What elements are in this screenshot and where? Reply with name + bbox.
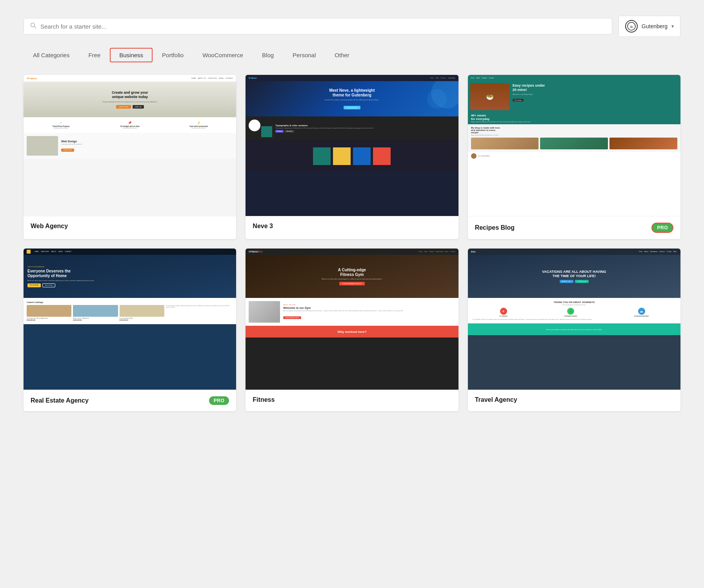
wa-nav: YP Agency HOME ABOUT US PORTFOLIO NEWS C…: [24, 75, 236, 82]
card-footer-travel-agency: Travel Agency: [468, 390, 680, 410]
gutenberg-logo-icon: G: [625, 20, 638, 33]
card-preview-fitness: FITNESSPRO Home Gym Images Ninja Group N…: [246, 249, 458, 390]
wa-hero: Create and grow yourunique website today…: [24, 82, 236, 117]
travel-hero: VACATIONS ARE ALL ABOUT HAVINGTHE TIME O…: [468, 255, 680, 298]
card-preview-neve3: N Neve Home Blog Features Typography Mee…: [246, 75, 458, 216]
category-business[interactable]: Business: [110, 48, 153, 62]
neve-typography: Typography & color systems Neve stopped …: [246, 116, 458, 140]
re-hero: THIS IS OUR PASSION Everyone Deserves th…: [24, 255, 236, 298]
category-other[interactable]: Other: [325, 48, 359, 62]
card-preview-realestate: HOME DIRECTORY ABOUT NEWS CONTACT THIS I…: [24, 249, 236, 390]
card-title-fitness: Fitness: [253, 396, 275, 403]
gutenberg-label: Gutenberg: [642, 23, 668, 29]
card-title-real-estate: Real Estate Agency: [31, 397, 89, 404]
search-input[interactable]: [40, 23, 606, 30]
search-bar: [24, 18, 612, 34]
card-fitness[interactable]: FITNESSPRO Home Gym Images Ninja Group N…: [246, 249, 458, 411]
card-title-recipes-blog: Recipes Blog: [475, 224, 515, 231]
category-portfolio[interactable]: Portfolio: [153, 48, 193, 62]
category-all[interactable]: All Categories: [24, 48, 79, 62]
card-web-agency[interactable]: YP Agency HOME ABOUT US PORTFOLIO NEWS C…: [24, 75, 236, 239]
re-nav: HOME DIRECTORY ABOUT NEWS CONTACT: [24, 249, 236, 255]
card-footer-fitness: Fitness: [246, 390, 458, 410]
card-title-neve3: Neve 3: [253, 223, 273, 230]
svg-line-1: [35, 27, 36, 28]
re-listings: Latest Listings Contemporary 2 Rooms Apa…: [24, 298, 236, 324]
card-preview-travel: Zolo Home About Destinations Summer Cont…: [468, 249, 680, 390]
recipes-blog-section: My blog is made with loveand attention t…: [468, 124, 680, 152]
wa-features: ✓ Fixed Price Projects Lorem ipsum dolor…: [24, 117, 236, 133]
card-title-travel-agency: Travel Agency: [475, 396, 517, 403]
neve-hero: Meet Neve, a lightweighttheme for Gutenb…: [246, 81, 458, 116]
card-footer-web-agency: Web Agency: [24, 216, 236, 236]
category-free[interactable]: Free: [79, 48, 110, 62]
fitness-why: Why workout here?: [246, 326, 458, 338]
card-footer-neve3: Neve 3: [246, 216, 458, 236]
neve-shapes: [246, 140, 458, 172]
card-real-estate[interactable]: HOME DIRECTORY ABOUT NEWS CONTACT THIS I…: [24, 249, 236, 411]
travel-nav: Zolo Home About Destinations Summer Cont…: [468, 249, 680, 255]
category-blog[interactable]: Blog: [253, 48, 283, 62]
card-recipes-blog[interactable]: Home About Recipes Contact 🥗 Easy recipe…: [468, 75, 680, 239]
card-footer-real-estate: Real Estate Agency PRO: [24, 390, 236, 411]
categories-nav: All Categories Free Business Portfolio W…: [24, 48, 680, 62]
fitness-hero: A Cutting-edgeFitness Gym Welcome to a G…: [246, 255, 458, 298]
card-preview-recipes: Home About Recipes Contact 🥗 Easy recipe…: [468, 75, 680, 216]
card-preview-web-agency: YP Agency HOME ABOUT US PORTFOLIO NEWS C…: [24, 75, 236, 216]
category-personal[interactable]: Personal: [283, 48, 325, 62]
chevron-down-icon: ▾: [671, 24, 674, 29]
recipes-nav: Home About Recipes Contact: [468, 75, 680, 81]
recipes-author: I am Linda Shelley!: [468, 152, 680, 160]
neve-nav: N Neve Home Blog Features Typography: [246, 75, 458, 81]
card-travel-agency[interactable]: Zolo Home About Destinations Summer Cont…: [468, 249, 680, 411]
pro-badge-recipes: PRO: [651, 223, 673, 233]
fitness-gym: ABOUT THE GYM Welcome to our Gym Aute ir…: [246, 298, 458, 326]
search-bar-row: G Gutenberg ▾: [24, 16, 680, 37]
travel-journeys: TAKING YOU ON GREAT JOURNEYS Pick any de…: [468, 298, 680, 323]
travel-green-bar: Grab your vacation as early as possible …: [468, 323, 680, 335]
fitness-nav: FITNESSPRO Home Gym Images Ninja Group N…: [246, 249, 458, 255]
svg-text:G: G: [630, 25, 633, 29]
recipes-hero: 🥗 Easy recipes under20 mins! Welcome to …: [468, 81, 680, 113]
category-woocommerce[interactable]: WooCommerce: [193, 48, 253, 62]
card-footer-recipes-blog: Recipes Blog PRO: [468, 216, 680, 239]
pro-badge-realestate: PRO: [209, 396, 229, 405]
search-icon: [30, 22, 36, 30]
wa-webdesign: Web Design Lorem ipsum dolor sit amet co…: [24, 133, 236, 159]
card-title-web-agency: Web Agency: [31, 223, 68, 230]
recipes-meals: 40+ mealsfor everyday Organic growth dee…: [468, 113, 680, 124]
gutenberg-selector[interactable]: G Gutenberg ▾: [619, 16, 680, 37]
card-neve3[interactable]: N Neve Home Blog Features Typography Mee…: [246, 75, 458, 239]
cards-grid: YP Agency HOME ABOUT US PORTFOLIO NEWS C…: [24, 75, 680, 411]
